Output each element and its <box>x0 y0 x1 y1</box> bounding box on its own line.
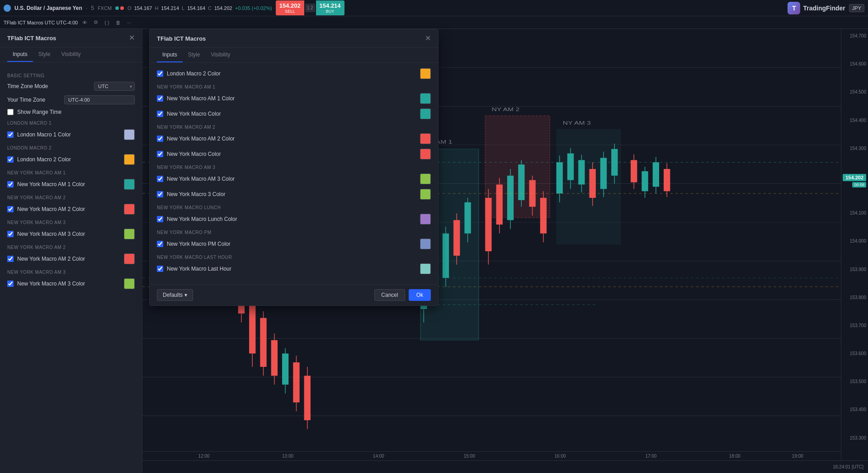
price-tick-3: 154.500 <box>843 89 866 94</box>
sell-label: SELL <box>285 9 295 14</box>
svg-rect-57 <box>304 376 311 420</box>
ny-macro-am1-checkbox[interactable] <box>7 181 14 187</box>
svg-rect-45 <box>260 318 266 367</box>
modal-ny-macro-3-color-checkbox[interactable] <box>157 191 163 197</box>
modal-ny-macro-3-color-swatch[interactable] <box>420 189 431 200</box>
modal-ny-macro-color-top-swatch[interactable] <box>420 108 431 119</box>
price-buttons[interactable]: 154.202 SELL 1.2 154.214 BUY <box>276 0 344 15</box>
modal-ny-am3-color-swatch[interactable] <box>420 173 431 184</box>
ny-macro-am2-color-swatch-b[interactable] <box>124 253 135 264</box>
tab-inputs-left[interactable]: Inputs <box>7 47 33 62</box>
close-value: 154.202 <box>214 5 232 11</box>
price-dots <box>115 6 124 10</box>
ny-macro-am2-checkbox-b[interactable] <box>7 256 14 262</box>
modal-ny-pm-checkbox[interactable] <box>157 241 163 247</box>
modal-header: TFlab ICT Macros ✕ <box>150 29 438 48</box>
modal-ny-am1-color-label: New York Macro AM 1 Color <box>167 95 416 102</box>
show-range-row: Show Range Time <box>7 109 135 115</box>
svg-rect-54 <box>293 362 299 403</box>
modal-ny-am2-checkbox[interactable] <box>157 136 163 142</box>
show-range-label: Show Range Time <box>17 109 61 115</box>
modal-tab-visibility[interactable]: Visibility <box>205 48 236 62</box>
ny-macro-am3-color-swatch[interactable] <box>124 229 135 239</box>
modal-ny-pm-color-swatch[interactable] <box>420 239 431 249</box>
dot-red <box>120 6 124 10</box>
modal-ny-am2-color-swatch[interactable] <box>420 133 431 144</box>
modal-close-button[interactable]: ✕ <box>425 35 431 42</box>
modal-london-macro-2-checkbox[interactable] <box>157 70 163 77</box>
eye-icon[interactable]: 👁 <box>80 19 89 26</box>
london-macro-2-checkbox[interactable] <box>7 156 14 163</box>
modal-tab-style[interactable]: Style <box>183 48 206 62</box>
london-macro-1-color-swatch[interactable] <box>124 129 135 140</box>
toolbar-row: TFlab ICT Macros UTC UTC-4:00 👁 ⚙ { } 🗑 … <box>0 16 868 29</box>
ny-macro-am2-checkbox[interactable] <box>7 206 14 212</box>
defaults-button[interactable]: Defaults ▾ <box>157 289 193 301</box>
modal-ny-last-color-swatch[interactable] <box>420 263 431 274</box>
london-macro-2-color-swatch[interactable] <box>124 154 135 165</box>
sell-button[interactable]: 154.202 SELL <box>276 0 304 15</box>
show-range-checkbox[interactable] <box>7 109 14 115</box>
svg-rect-111 <box>631 160 637 182</box>
trash-icon[interactable]: 🗑 <box>114 19 123 26</box>
modal-ny-last-checkbox[interactable] <box>157 266 163 272</box>
ny-macro-am3-color-label-b: New York Macro AM 3 Color <box>17 281 120 287</box>
london-macro-1-checkbox[interactable] <box>7 131 14 138</box>
ny-macro-am3-section-b: NEW YORK MACRO AM 3 <box>7 270 135 275</box>
timezone-mode-select[interactable]: UTC Exchange <box>94 82 135 91</box>
modal-ny-lunch-color-swatch[interactable] <box>420 214 431 225</box>
ny-macro-am1-label: NEW YORK MACRO AM 1 <box>7 170 135 175</box>
ny-macro-am1-color-swatch[interactable] <box>124 179 135 190</box>
price-tick-8: 154.000 <box>843 239 866 244</box>
price-tick-15: 153.300 <box>843 436 866 440</box>
ny-macro-am2-color-swatch[interactable] <box>124 204 135 215</box>
modal-ny-am1-color-row: New York Macro AM 1 Color <box>157 93 431 104</box>
modal-ny-macro-color-2-swatch[interactable] <box>420 149 431 159</box>
time-tick-18: 18:00 <box>729 454 741 459</box>
your-timezone-input[interactable] <box>64 95 135 104</box>
modal-ny-lunch-checkbox[interactable] <box>157 216 163 222</box>
price-tick-1: 154.700 <box>843 33 866 38</box>
modal-london-macro-2-color-swatch[interactable] <box>420 68 431 79</box>
left-panel-close-button[interactable]: ✕ <box>129 34 135 42</box>
modal-tab-inputs[interactable]: Inputs <box>157 48 183 62</box>
currency-badge: JPY <box>849 4 864 12</box>
modal-ny-macro-color-2-checkbox[interactable] <box>157 151 163 157</box>
time-tick-13: 13:00 <box>282 454 293 459</box>
svg-rect-75 <box>485 198 491 251</box>
modal-ny-pm-color-label: New York Macro PM Color <box>167 241 416 247</box>
cancel-button[interactable]: Cancel <box>374 289 405 301</box>
time-tick-14: 14:00 <box>373 454 384 459</box>
svg-rect-72 <box>464 202 471 234</box>
ok-button[interactable]: Ok <box>409 289 431 301</box>
tab-style-left[interactable]: Style <box>33 47 56 62</box>
left-panel-content: BASIC SETTING Time Zone Mode UTC Exchang… <box>0 62 142 299</box>
svg-rect-114 <box>642 171 648 191</box>
modal-ny-am1-checkbox[interactable] <box>157 95 163 102</box>
modal-ny-macro-color-top-checkbox[interactable] <box>157 111 163 117</box>
svg-rect-78 <box>496 184 503 225</box>
ny-macro-am3-checkbox[interactable] <box>7 231 14 237</box>
modal-ny-am3-checkbox[interactable] <box>157 176 163 182</box>
tab-visibility-left[interactable]: Visibility <box>56 47 86 62</box>
panel-title: TFlab ICT Macros <box>7 35 56 42</box>
settings-icon[interactable]: ⚙ <box>92 19 100 26</box>
modal-ny-last-color-label: New York Macro Last Hour <box>167 266 416 272</box>
ny-macro-am1-color-label: New York Macro AM 1 Color <box>17 181 120 187</box>
footer-buttons: Cancel Ok <box>374 289 431 301</box>
price-tick-14: 153.400 <box>843 407 866 412</box>
panel-header: TFlab ICT Macros ✕ <box>0 29 142 47</box>
ny-macro-am3-color-swatch-b[interactable] <box>124 278 135 289</box>
more-icon[interactable]: ··· <box>125 19 133 26</box>
code-icon[interactable]: { } <box>103 19 111 26</box>
high-value: 154.214 <box>161 5 179 11</box>
low-value: 154.164 <box>187 5 205 11</box>
svg-rect-48 <box>271 340 278 376</box>
svg-rect-120 <box>664 169 670 191</box>
your-timezone-row: Your Time Zone <box>7 95 135 104</box>
buy-button[interactable]: 154.214 BUY <box>316 0 344 15</box>
modal-london-macro-2-color-label: London Macro 2 Color <box>167 70 416 77</box>
your-timezone-label: Your Time Zone <box>7 97 45 103</box>
ny-macro-am3-checkbox-b[interactable] <box>7 281 14 287</box>
modal-ny-am1-color-swatch[interactable] <box>420 93 431 104</box>
